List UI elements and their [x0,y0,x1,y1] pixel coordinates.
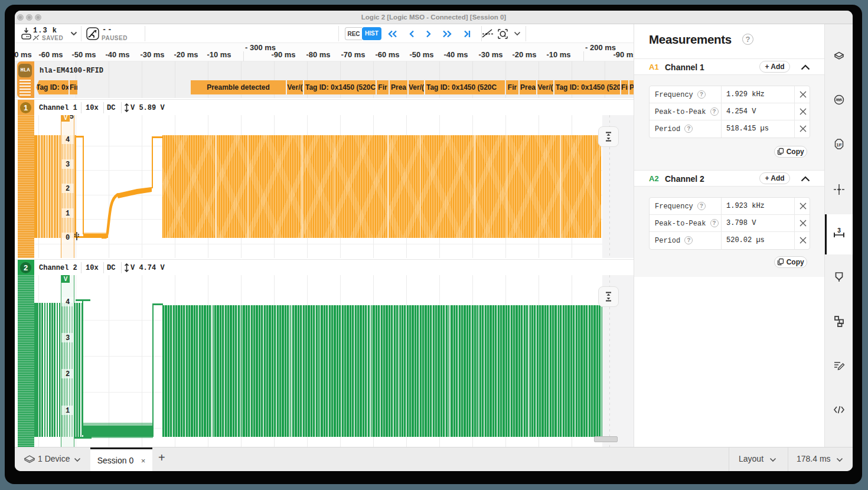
svg-text:3: 3 [837,227,841,234]
svg-text:1F: 1F [836,142,841,148]
